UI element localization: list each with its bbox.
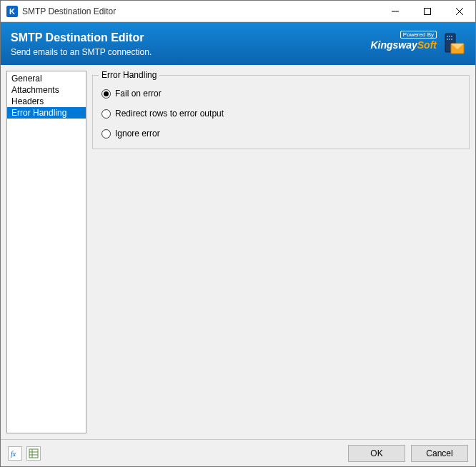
option-label: Ignore error: [115, 129, 160, 139]
sidebar-item-headers[interactable]: Headers: [7, 96, 86, 107]
powered-by-label: Powered By: [400, 31, 437, 39]
banner: SMTP Destination Editor Send emails to a…: [1, 22, 475, 65]
feature-icon: [444, 32, 465, 56]
minimize-button[interactable]: [379, 1, 411, 22]
maximize-button[interactable]: [411, 1, 443, 22]
svg-rect-1: [424, 8, 430, 14]
sidebar: General Attachments Headers Error Handli…: [6, 71, 86, 433]
properties-button[interactable]: [26, 446, 41, 461]
option-redirect-rows[interactable]: Redirect rows to error output: [101, 109, 460, 119]
maximize-icon: [424, 8, 431, 15]
minimize-icon: [392, 8, 399, 15]
ok-button[interactable]: OK: [348, 445, 405, 462]
option-label: Redirect rows to error output: [115, 109, 224, 119]
close-button[interactable]: [443, 1, 475, 22]
radio-icon: [101, 129, 111, 139]
option-label: Fail on error: [115, 89, 162, 99]
window: K SMTP Destination Editor SMTP Destinati…: [0, 0, 476, 467]
footer: fx OK Cancel: [1, 439, 475, 466]
cancel-button[interactable]: Cancel: [411, 445, 468, 462]
titlebar: K SMTP Destination Editor: [1, 1, 475, 22]
banner-subtitle: Send emails to an SMTP connection.: [11, 47, 152, 57]
window-title: SMTP Destination Editor: [22, 6, 116, 16]
radio-icon: [101, 109, 111, 119]
brand-logo: Powered By KingswaySoft: [370, 31, 437, 51]
banner-title: SMTP Destination Editor: [11, 30, 152, 46]
option-fail-on-error[interactable]: Fail on error: [101, 89, 460, 99]
error-handling-group: Error Handling Fail on error Redirect ro…: [92, 75, 470, 149]
svg-point-10: [451, 39, 452, 40]
app-icon: K: [6, 6, 18, 17]
grid-icon: [29, 448, 39, 458]
sidebar-item-attachments[interactable]: Attachments: [7, 84, 86, 96]
expression-button[interactable]: fx: [8, 446, 22, 461]
main-panel: Error Handling Fail on error Redirect ro…: [92, 71, 470, 433]
svg-rect-14: [29, 449, 38, 458]
sidebar-item-error-handling[interactable]: Error Handling: [7, 107, 86, 119]
svg-point-5: [447, 36, 448, 37]
sidebar-item-general[interactable]: General: [7, 73, 86, 84]
svg-point-7: [451, 36, 452, 37]
radio-icon: [101, 89, 111, 99]
close-icon: [456, 8, 463, 15]
svg-point-9: [449, 39, 450, 40]
fx-icon: fx: [10, 448, 20, 458]
group-title: Error Handling: [99, 70, 159, 80]
svg-point-6: [449, 36, 450, 37]
option-ignore-error[interactable]: Ignore error: [101, 129, 460, 139]
svg-point-8: [447, 39, 448, 40]
brand-name: KingswaySoft: [370, 39, 437, 51]
svg-text:fx: fx: [11, 450, 16, 458]
body: General Attachments Headers Error Handli…: [1, 65, 475, 439]
